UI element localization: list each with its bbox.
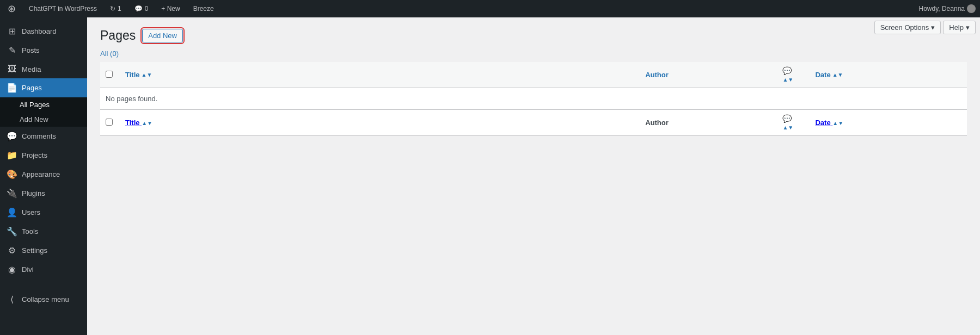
sidebar-item-posts[interactable]: ✎ Posts — [0, 41, 87, 60]
users-icon: 👤 — [7, 207, 17, 218]
avatar — [967, 4, 976, 13]
updates-icon: ↻ — [110, 5, 115, 13]
footer-col-author: Author — [640, 110, 777, 136]
date-sort-arrows: ▲▼ — [832, 73, 843, 77]
filter-bar: All (0) — [100, 49, 967, 58]
screen-options-button[interactable]: Screen Options ▾ — [874, 21, 941, 34]
comments-sort-arrows: ▲▼ — [782, 78, 793, 82]
comments-col-icon: 💬 — [782, 66, 792, 75]
main-content: Pages Add New All (0) Title ▲ — [87, 17, 980, 335]
sidebar-item-users[interactable]: 👤 Users — [0, 203, 87, 222]
new-item[interactable]: + New — [158, 0, 183, 17]
sidebar-item-comments[interactable]: 💬 Comments — [0, 127, 87, 146]
no-items-message: No pages found. — [100, 88, 967, 110]
media-icon: 🖼 — [7, 64, 17, 74]
sidebar-item-plugins[interactable]: 🔌 Plugins — [0, 184, 87, 203]
page-header: Pages Add New — [100, 28, 967, 43]
help-arrow-icon: ▾ — [966, 23, 970, 32]
add-new-button[interactable]: Add New — [142, 29, 183, 42]
appearance-icon: 🎨 — [7, 169, 17, 179]
footer-col-title: Title ▲▼ — [120, 110, 640, 136]
sidebar: ⊞ Dashboard ✎ Posts 🖼 Media 📄 Pages All … — [0, 17, 87, 335]
screen-options-arrow-icon: ▾ — [931, 23, 935, 32]
select-all-checkbox[interactable] — [106, 71, 113, 78]
col-comments-header: 💬 ▲▼ — [777, 62, 810, 88]
sidebar-item-dashboard[interactable]: ⊞ Dashboard — [0, 22, 87, 41]
comments-item[interactable]: 💬 0 — [131, 0, 152, 17]
plugins-icon: 🔌 — [7, 188, 17, 198]
comments-icon: 💬 — [134, 5, 143, 13]
admin-bar: ⊛ ChatGPT in WordPress ↻ 1 💬 0 + New Bre… — [0, 0, 980, 17]
footer-date-sort-link[interactable]: Date ▲▼ — [815, 119, 843, 127]
divi-icon: ◉ — [7, 264, 17, 275]
table-footer-row: Title ▲▼ Author 💬 ▲▼ Date ▲▼ — [100, 110, 967, 136]
title-sort-arrows: ▲▼ — [142, 73, 152, 77]
comments-nav-icon: 💬 — [7, 131, 17, 141]
help-button[interactable]: Help ▾ — [943, 21, 976, 34]
pages-table: Title ▲▼ Author 💬 ▲▼ Date ▲▼ — [100, 62, 967, 136]
sidebar-item-settings[interactable]: ⚙ Settings — [0, 241, 87, 260]
wp-logo[interactable]: ⊛ — [4, 0, 19, 17]
footer-comments-icon: 💬 — [782, 114, 792, 123]
pages-submenu: All Pages Add New — [0, 97, 87, 127]
howdy-section[interactable]: Howdy, Deanna — [919, 4, 976, 13]
posts-icon: ✎ — [7, 45, 17, 55]
col-author-header: Author — [640, 62, 777, 88]
tools-icon: 🔧 — [7, 226, 17, 237]
col-checkbox — [100, 62, 120, 88]
sidebar-subitem-add-new[interactable]: Add New — [0, 112, 87, 127]
site-name[interactable]: ChatGPT in WordPress — [26, 0, 100, 17]
collapse-menu-button[interactable]: ⟨ Collapse menu — [0, 290, 87, 309]
pages-icon: 📄 — [7, 83, 17, 93]
footer-date-sort-arrows: ▲▼ — [832, 121, 843, 125]
updates-item[interactable]: ↻ 1 — [107, 0, 125, 17]
dashboard-icon: ⊞ — [7, 26, 17, 36]
projects-icon: 📁 — [7, 150, 17, 160]
sidebar-item-appearance[interactable]: 🎨 Appearance — [0, 165, 87, 184]
no-items-row: No pages found. — [100, 88, 967, 110]
collapse-icon: ⟨ — [7, 294, 17, 305]
footer-title-sort-arrows: ▲▼ — [142, 121, 152, 125]
page-title: Pages — [100, 28, 136, 43]
settings-icon: ⚙ — [7, 245, 17, 256]
sidebar-item-projects[interactable]: 📁 Projects — [0, 146, 87, 165]
filter-all-link[interactable]: All (0) — [100, 49, 119, 58]
footer-col-comments: 💬 ▲▼ — [777, 110, 810, 136]
footer-title-sort-link[interactable]: Title ▲▼ — [125, 119, 152, 127]
wp-layout: ⊞ Dashboard ✎ Posts 🖼 Media 📄 Pages All … — [0, 17, 980, 335]
top-right-buttons: Screen Options ▾ Help ▾ — [868, 17, 980, 38]
select-all-footer-checkbox[interactable] — [106, 119, 113, 126]
title-sort-link[interactable]: Title ▲▼ — [125, 71, 152, 79]
sidebar-item-divi[interactable]: ◉ Divi — [0, 260, 87, 279]
sidebar-item-tools[interactable]: 🔧 Tools — [0, 222, 87, 241]
sidebar-item-media[interactable]: 🖼 Media — [0, 60, 87, 78]
date-sort-link[interactable]: Date ▲▼ — [815, 71, 843, 79]
footer-comments-sort-arrows: ▲▼ — [782, 126, 793, 129]
footer-col-date: Date ▲▼ — [810, 110, 967, 136]
footer-col-checkbox — [100, 110, 120, 136]
col-date-header: Date ▲▼ — [810, 62, 967, 88]
breeze-item[interactable]: Breeze — [190, 0, 217, 17]
col-title-header: Title ▲▼ — [120, 62, 640, 88]
sidebar-subitem-all-pages[interactable]: All Pages — [0, 97, 87, 112]
table-header-row: Title ▲▼ Author 💬 ▲▼ Date ▲▼ — [100, 62, 967, 88]
wp-icon: ⊛ — [8, 3, 16, 15]
sidebar-item-pages[interactable]: 📄 Pages — [0, 78, 87, 97]
